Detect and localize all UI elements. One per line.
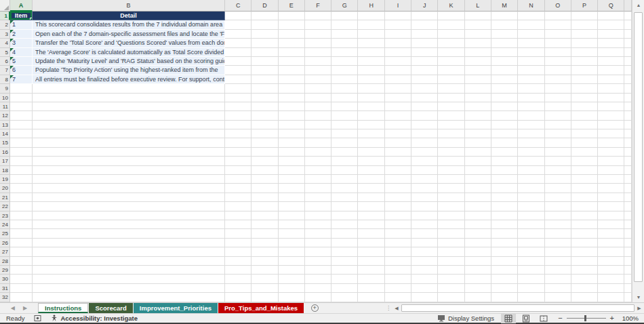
cell-A4[interactable]: 3	[10, 39, 33, 47]
page-break-preview-button[interactable]	[536, 314, 551, 323]
cell-E28[interactable]	[279, 257, 305, 266]
column-header-K[interactable]: K	[438, 0, 464, 12]
prev-sheet-icon[interactable]: ◀	[11, 306, 15, 311]
cell-G18[interactable]	[331, 166, 358, 175]
cell-A3[interactable]: 2	[10, 30, 33, 39]
cell-G26[interactable]	[331, 239, 358, 247]
cell-J5[interactable]	[411, 48, 438, 57]
cell-partial-20[interactable]	[624, 184, 632, 193]
column-header-D[interactable]: D	[251, 0, 278, 12]
cell-partial-31[interactable]	[624, 284, 632, 293]
cell-F24[interactable]	[305, 220, 331, 229]
cell-partial-29[interactable]	[624, 266, 632, 275]
cell-F6[interactable]	[305, 57, 331, 66]
cell-G10[interactable]	[331, 94, 358, 102]
cell-P7[interactable]	[571, 66, 598, 75]
cell-F5[interactable]	[305, 48, 331, 57]
cell-E5[interactable]	[279, 48, 305, 57]
cell-N32[interactable]	[518, 293, 544, 302]
cell-E26[interactable]	[279, 239, 305, 247]
cell-A27[interactable]	[10, 247, 33, 256]
cell-J17[interactable]	[411, 157, 438, 165]
cell-G23[interactable]	[331, 211, 358, 220]
cell-C32[interactable]	[225, 293, 251, 302]
cell-I14[interactable]	[385, 129, 411, 138]
cell-B16[interactable]	[33, 148, 225, 157]
cell-B30[interactable]	[33, 275, 225, 283]
cell-J15[interactable]	[411, 138, 438, 147]
zoom-slider[interactable]	[567, 315, 606, 322]
cell-Q31[interactable]	[598, 284, 624, 293]
cell-C10[interactable]	[225, 94, 251, 102]
cell-N21[interactable]	[518, 193, 544, 202]
cell-O31[interactable]	[545, 284, 571, 293]
cell-Q10[interactable]	[598, 94, 624, 102]
cell-H4[interactable]	[358, 39, 384, 47]
sheet-tab-instructions[interactable]: Instructions	[38, 303, 88, 313]
cell-I30[interactable]	[385, 275, 411, 283]
cell-N17[interactable]	[518, 157, 544, 165]
cell-O25[interactable]	[545, 229, 571, 238]
cell-K19[interactable]	[438, 175, 464, 184]
cell-E8[interactable]	[279, 75, 305, 84]
column-header-E[interactable]: E	[279, 0, 305, 12]
cell-J13[interactable]	[411, 121, 438, 129]
cell-K12[interactable]	[438, 111, 464, 120]
cell-A8[interactable]: 7	[10, 75, 33, 84]
cell-P14[interactable]	[571, 129, 598, 138]
cell-K27[interactable]	[438, 247, 464, 256]
cell-B26[interactable]	[33, 239, 225, 247]
cell-M15[interactable]	[491, 138, 518, 147]
row-header-20[interactable]: 20	[0, 184, 10, 193]
cell-G5[interactable]	[331, 48, 358, 57]
cell-O16[interactable]	[545, 148, 571, 157]
cell-H26[interactable]	[358, 239, 384, 247]
cell-Q17[interactable]	[598, 157, 624, 165]
cell-A16[interactable]	[10, 148, 33, 157]
cell-J31[interactable]	[411, 284, 438, 293]
cell-A31[interactable]	[10, 284, 33, 293]
row-header-28[interactable]: 28	[0, 257, 10, 266]
cell-C28[interactable]	[225, 257, 251, 266]
cell-J27[interactable]	[411, 247, 438, 256]
cell-partial-25[interactable]	[624, 229, 632, 238]
cell-I22[interactable]	[385, 202, 411, 211]
cell-E20[interactable]	[279, 184, 305, 193]
cell-D19[interactable]	[251, 175, 278, 184]
cell-D30[interactable]	[251, 275, 278, 283]
cell-M10[interactable]	[491, 94, 518, 102]
cell-L1[interactable]	[465, 12, 491, 20]
zoom-slider-handle[interactable]	[584, 315, 586, 321]
cell-E15[interactable]	[279, 138, 305, 147]
cell-J2[interactable]	[411, 20, 438, 29]
cell-D22[interactable]	[251, 202, 278, 211]
cell-Q2[interactable]	[598, 20, 624, 29]
cell-E14[interactable]	[279, 129, 305, 138]
cell-Q6[interactable]	[598, 57, 624, 66]
row-header-25[interactable]: 25	[0, 229, 10, 238]
cell-I26[interactable]	[385, 239, 411, 247]
cell-Q29[interactable]	[598, 266, 624, 275]
row-header-23[interactable]: 23	[0, 211, 10, 220]
cell-G15[interactable]	[331, 138, 358, 147]
cell-O15[interactable]	[545, 138, 571, 147]
cell-I5[interactable]	[385, 48, 411, 57]
cell-F7[interactable]	[305, 66, 331, 75]
cell-F1[interactable]	[305, 12, 331, 20]
cell-K10[interactable]	[438, 94, 464, 102]
cell-N12[interactable]	[518, 111, 544, 120]
cell-N19[interactable]	[518, 175, 544, 184]
cell-N2[interactable]	[518, 20, 544, 29]
cell-N31[interactable]	[518, 284, 544, 293]
cell-partial-12[interactable]	[624, 111, 632, 120]
cell-F20[interactable]	[305, 184, 331, 193]
cell-F8[interactable]	[305, 75, 331, 84]
cell-O30[interactable]	[545, 275, 571, 283]
cell-Q18[interactable]	[598, 166, 624, 175]
cell-Q25[interactable]	[598, 229, 624, 238]
column-header-I[interactable]: I	[385, 0, 411, 12]
cell-G24[interactable]	[331, 220, 358, 229]
cell-K9[interactable]	[438, 84, 464, 93]
cell-partial-7[interactable]	[624, 66, 632, 75]
cell-M30[interactable]	[491, 275, 518, 283]
